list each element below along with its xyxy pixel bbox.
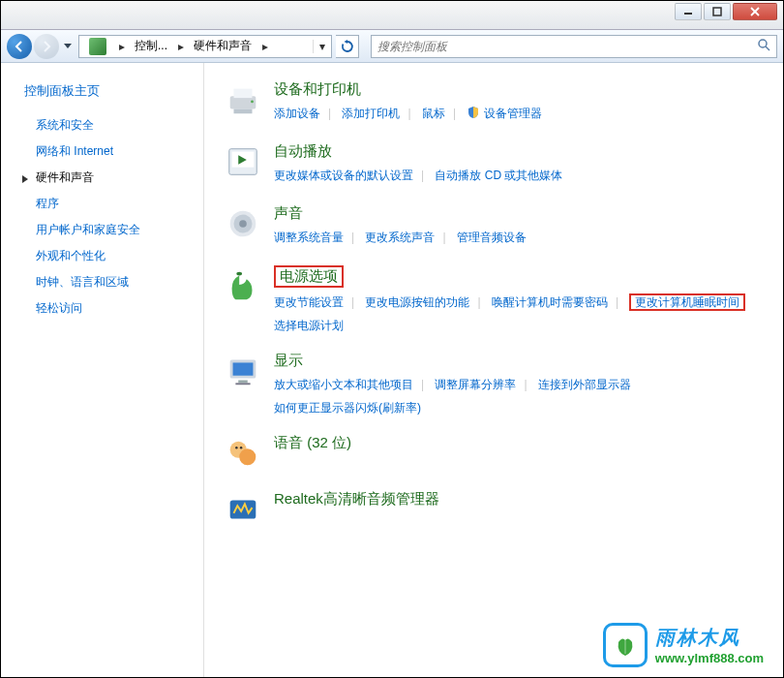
control-panel-icon	[89, 38, 106, 55]
svg-rect-7	[234, 89, 253, 99]
refresh-button[interactable]	[336, 35, 359, 58]
change-sleep-time-link[interactable]: 更改计算机睡眠时间	[635, 295, 739, 309]
svg-rect-18	[233, 363, 254, 376]
watermark-logo	[603, 623, 648, 667]
breadcrumb-arrow[interactable]: ▸	[115, 40, 129, 53]
mouse-link[interactable]: 鼠标	[422, 107, 445, 120]
sidebar-item-clock-language[interactable]: 时钟、语言和区域	[36, 274, 194, 291]
sound-link[interactable]: 声音	[274, 204, 303, 223]
add-printer-link[interactable]: 添加打印机	[342, 107, 400, 120]
svg-point-23	[235, 447, 237, 448]
svg-rect-8	[234, 109, 253, 114]
svg-point-24	[240, 447, 242, 448]
autoplay-cd-link[interactable]: 自动播放 CD 或其他媒体	[435, 169, 562, 182]
svg-point-9	[251, 100, 254, 103]
search-icon[interactable]	[757, 38, 770, 55]
breadcrumb-hardware-sound[interactable]: 硬件和声音	[188, 36, 258, 57]
window-titlebar	[1, 1, 783, 30]
category-realtek: Realtek高清晰音频管理器	[224, 490, 764, 529]
manage-audio-devices-link[interactable]: 管理音频设备	[457, 231, 527, 244]
close-button[interactable]	[733, 3, 777, 20]
fix-display-flicker-link[interactable]: 如何更正显示器闪烁(刷新率)	[274, 401, 421, 415]
connect-external-display-link[interactable]: 连接到外部显示器	[538, 378, 631, 391]
require-password-wake-link[interactable]: 唤醒计算机时需要密码	[492, 295, 608, 309]
svg-point-22	[239, 448, 256, 465]
address-dropdown[interactable]: ▾	[313, 40, 331, 53]
main-panel: 设备和打印机 添加设备 添加打印机 鼠标 设备管理器 自动播放 更改媒体或设备的…	[204, 63, 783, 677]
sidebar-item-hardware-sound[interactable]: 硬件和声音	[36, 170, 194, 186]
category-sound: 声音 调整系统音量 更改系统声音 管理音频设备	[224, 204, 764, 249]
back-button[interactable]	[7, 34, 32, 59]
category-speech: 语音 (32 位)	[224, 434, 764, 473]
devices-printers-icon	[224, 80, 262, 119]
svg-rect-19	[238, 381, 248, 384]
change-power-button-link[interactable]: 更改电源按钮的功能	[365, 295, 469, 309]
svg-rect-1	[713, 8, 721, 15]
minimize-button[interactable]	[675, 3, 702, 20]
display-link[interactable]: 显示	[274, 352, 303, 370]
power-options-icon	[224, 265, 262, 304]
breadcrumb-arrow[interactable]: ▸	[174, 40, 188, 53]
sidebar-item-ease-of-access[interactable]: 轻松访问	[36, 300, 194, 317]
breadcrumb-label: 硬件和声音	[194, 38, 252, 54]
search-box[interactable]	[371, 35, 777, 58]
adjust-resolution-link[interactable]: 调整屏幕分辨率	[435, 378, 516, 391]
svg-rect-20	[235, 384, 250, 385]
power-options-link[interactable]: 电源选项	[274, 265, 344, 288]
history-dropdown[interactable]	[61, 34, 75, 59]
address-bar[interactable]: ▸ 控制... ▸ 硬件和声音 ▸ ▾	[78, 35, 332, 58]
sidebar-item-system-security[interactable]: 系统和安全	[36, 117, 194, 134]
realtek-link[interactable]: Realtek高清晰音频管理器	[274, 490, 439, 508]
devices-printers-link[interactable]: 设备和打印机	[274, 80, 361, 99]
breadcrumb-control-panel[interactable]: 控制...	[129, 36, 174, 57]
nav-back-group	[7, 34, 75, 59]
text-size-link[interactable]: 放大或缩小文本和其他项目	[274, 378, 413, 391]
add-device-link[interactable]: 添加设备	[274, 107, 320, 120]
sidebar-item-user-accounts[interactable]: 用户帐户和家庭安全	[36, 222, 194, 238]
adjust-volume-link[interactable]: 调整系统音量	[274, 231, 344, 244]
search-input[interactable]	[377, 40, 757, 53]
device-manager-link[interactable]: 设备管理器	[484, 107, 542, 120]
forward-button[interactable]	[34, 34, 59, 59]
autoplay-link[interactable]: 自动播放	[274, 142, 332, 161]
change-power-saving-link[interactable]: 更改节能设置	[274, 295, 344, 309]
category-display: 显示 放大或缩小文本和其他项目 调整屏幕分辨率 连接到外部显示器 如何更正显示器…	[224, 352, 764, 416]
speech-icon	[224, 434, 262, 473]
change-system-sounds-link[interactable]: 更改系统声音	[365, 231, 435, 244]
sound-icon	[224, 204, 262, 243]
watermark-url: www.ylmf888.com	[655, 651, 764, 665]
realtek-icon	[224, 490, 262, 529]
autoplay-icon	[224, 142, 262, 181]
breadcrumb-label: 控制...	[135, 38, 167, 54]
speech-link[interactable]: 语音 (32 位)	[274, 434, 351, 452]
choose-power-plan-link[interactable]: 选择电源计划	[274, 319, 344, 332]
category-devices-printers: 设备和打印机 添加设备 添加打印机 鼠标 设备管理器	[224, 80, 764, 125]
breadcrumb-arrow[interactable]: ▸	[258, 40, 272, 53]
navbar: ▸ 控制... ▸ 硬件和声音 ▸ ▾	[1, 30, 783, 63]
svg-point-4	[759, 40, 767, 47]
category-power-options: 电源选项 更改节能设置 更改电源按钮的功能 唤醒计算机时需要密码 更改计算机睡眠…	[224, 265, 764, 334]
control-panel-home-link[interactable]: 控制面板主页	[24, 82, 194, 100]
sidebar-item-programs[interactable]: 程序	[36, 196, 194, 212]
svg-point-15	[239, 220, 247, 228]
watermark: 雨林木风 www.ylmf888.com	[603, 623, 764, 667]
content-area: 控制面板主页 系统和安全 网络和 Internet 硬件和声音 程序 用户帐户和…	[1, 63, 783, 677]
shield-icon	[467, 106, 480, 119]
sidebar: 控制面板主页 系统和安全 网络和 Internet 硬件和声音 程序 用户帐户和…	[1, 63, 204, 677]
svg-line-5	[766, 46, 769, 50]
sidebar-item-network[interactable]: 网络和 Internet	[36, 143, 194, 160]
display-icon	[224, 352, 262, 390]
svg-point-16	[236, 272, 242, 276]
sidebar-item-appearance[interactable]: 外观和个性化	[36, 248, 194, 264]
watermark-text: 雨林木风	[655, 625, 764, 651]
maximize-button[interactable]	[704, 3, 731, 20]
category-autoplay: 自动播放 更改媒体或设备的默认设置 自动播放 CD 或其他媒体	[224, 142, 764, 187]
change-media-defaults-link[interactable]: 更改媒体或设备的默认设置	[274, 169, 413, 182]
